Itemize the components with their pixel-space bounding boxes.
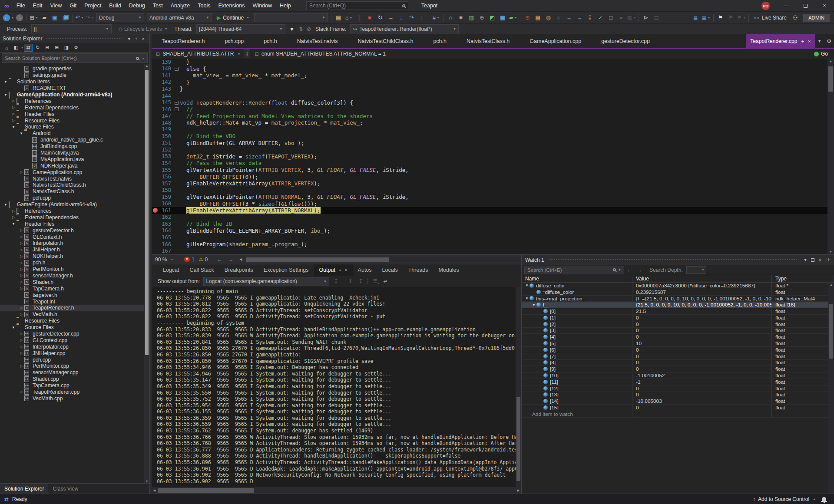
save-all-icon[interactable]: ▣ (60, 13, 70, 23)
bug-icon[interactable]: ⊕ (477, 13, 486, 23)
code-line[interactable]: 144 (152, 92, 834, 99)
watch-add-label[interactable]: Add item to watch (522, 411, 632, 417)
tree-expander-icon[interactable]: ▷ (18, 364, 24, 368)
filter-icon[interactable]: ◧ (12, 44, 20, 52)
document-tab[interactable]: GameApplication.cpp (520, 34, 591, 48)
tree-item[interactable]: ≡settings.gradle (0, 72, 149, 79)
code-line[interactable]: 147 // Feed Projection and Model View ma… (152, 112, 834, 119)
tree-expander-icon[interactable]: ▷ (10, 112, 17, 116)
tree-item[interactable]: hNatvisTestChildClass.h (0, 182, 149, 188)
menu-analyze[interactable]: Analyze (167, 0, 194, 11)
tree-item[interactable]: ▷++PerfMonitor.cpp (0, 363, 149, 369)
tree-item[interactable]: ≡Teapot.inl (0, 298, 149, 305)
code-line[interactable]: 151 glBindBuffer(GL_ARRAY_BUFFER, vbo_); (152, 140, 834, 147)
undo-icon[interactable]: ↶▼ (75, 13, 84, 23)
menu-build[interactable]: Build (105, 0, 125, 11)
redo-icon[interactable]: ↷▼ (85, 13, 95, 23)
tree-item[interactable]: ▼Android (0, 130, 149, 137)
bookmark-next-icon[interactable]: ⚑▼ (737, 13, 746, 23)
code-cleanup-icon[interactable]: ⊙ (523, 13, 532, 23)
tree-item[interactable]: ▼Source Files (0, 124, 149, 130)
output-log[interactable]: --------- beginning of main06-03 13:55:2… (152, 287, 521, 487)
tree-item[interactable]: ▷References (0, 208, 149, 214)
find-in-files-icon[interactable]: ▤ (334, 13, 343, 23)
menu-view[interactable]: View (46, 0, 66, 11)
show-all-files-icon[interactable]: ⊞ (53, 44, 61, 52)
output-tab-logcat[interactable]: Logcat (158, 264, 185, 276)
menu-file[interactable]: File (13, 0, 29, 11)
watch-row[interactable]: [11]-1float (522, 379, 834, 385)
watch-row[interactable]: [13]0float (522, 392, 834, 399)
document-tab[interactable]: TeapotRenderer.h (152, 34, 215, 48)
solution-platforms-combo[interactable]: Android-arm64-v8a▼ (147, 13, 212, 22)
startup-item-combo[interactable]: ▼ (254, 13, 328, 22)
tree-item[interactable]: ≡NatvisTest.natvis (0, 175, 149, 182)
tree-item[interactable]: JMainActivity.java (0, 150, 149, 156)
show-output-icon[interactable]: ≡ (456, 13, 466, 23)
tree-expander-icon[interactable]: ▷ (18, 273, 24, 277)
save-icon[interactable]: ▣ (50, 13, 60, 23)
tree-expander-icon[interactable]: ▷ (18, 261, 24, 265)
window-position-icon[interactable]: ▾ (802, 257, 809, 263)
tree-expander-icon[interactable]: ▷ (18, 170, 24, 174)
collapse-region-icon[interactable]: – (175, 67, 179, 71)
restart-icon[interactable]: ↻ (375, 13, 385, 23)
menu-window[interactable]: Window (249, 0, 276, 11)
menu-debug[interactable]: Debug (125, 0, 149, 11)
code-line[interactable]: 150 // Bind the VBO (152, 133, 834, 140)
watch-row[interactable]: [3]0float (522, 328, 834, 334)
menu-tools[interactable]: Tools (194, 0, 214, 11)
menu-git[interactable]: Git (66, 0, 80, 11)
bookmark-icon[interactable]: ⚑ (716, 13, 725, 23)
spell-check-icon[interactable]: ✓ (596, 13, 605, 23)
solution-explorer-scrollbar[interactable]: ▲ ▼ (144, 64, 149, 483)
tree-item[interactable]: hNatvisTestClass.h (0, 188, 149, 195)
output-tab-call-stack[interactable]: Call Stack (185, 264, 219, 276)
tree-item[interactable]: ▼Solution Items (0, 79, 149, 85)
sphere-dark-icon[interactable]: ● (616, 13, 626, 23)
attach-icon[interactable]: ▥ (467, 13, 476, 23)
show-next-statement-icon[interactable]: → (386, 13, 395, 23)
collapse-all-icon[interactable]: ⊟ (43, 44, 52, 52)
refresh-icon[interactable]: ↻ (33, 44, 42, 52)
tree-item[interactable]: ▷++Interpolator.cpp (0, 343, 149, 350)
account-avatar[interactable]: PB (761, 2, 770, 10)
code-line[interactable]: 164 glBindBuffer(GL_ELEMENT_ARRAY_BUFFER… (152, 227, 834, 234)
document-tab[interactable]: NatvisTest.natvis (287, 34, 348, 48)
goto-message-icon[interactable]: ↧ (331, 277, 341, 286)
open-folder-icon[interactable]: ▰ (40, 13, 49, 23)
admin-button[interactable]: ADMIN (803, 14, 830, 22)
menu-test[interactable]: Test (149, 0, 167, 11)
column-header-type[interactable]: Type (772, 275, 834, 282)
tree-item[interactable]: ▼GameEngine (Android-arm64-v8a) (0, 201, 149, 208)
tree-expander-icon[interactable]: ▷ (18, 235, 24, 239)
watch-row[interactable]: [1]0float (522, 315, 834, 321)
tree-item[interactable]: ++VecMath.cpp (0, 395, 149, 402)
code-line[interactable]: 157 glEnableVertexAttribArray(ATTRIB_VER… (152, 180, 834, 187)
column-header-name[interactable]: Name (522, 275, 632, 282)
navigate-forward-icon[interactable]: → (15, 13, 24, 23)
tree-expander-icon[interactable]: ▷ (18, 267, 24, 271)
watch-row[interactable]: [0]21.5float (522, 308, 834, 315)
break-all-icon[interactable]: ∥ (354, 13, 364, 23)
warning-count[interactable]: 0 (205, 257, 208, 263)
breadcrumb-member[interactable]: enum SHADER_ATTRIBUTES ATTRIB_NORMAL = 1 (261, 51, 386, 57)
thread-combo[interactable]: [28444] Thread-64▼ (196, 24, 285, 33)
tree-item[interactable]: ++sensorManager.cpp (0, 369, 149, 376)
navigate-forward-icon[interactable]: → (228, 256, 233, 263)
output-tab-autos[interactable]: Autos (353, 264, 377, 276)
tree-item[interactable]: ▷++TeapotRenderer.cpp (0, 389, 149, 395)
watch-row[interactable]: *diffuse_color0.239215687float (522, 289, 834, 296)
watch-row[interactable]: [9]0float (522, 366, 834, 372)
output-tab-locals[interactable]: Locals (377, 264, 403, 276)
tree-item[interactable]: ▷hJNIHelper.h (0, 247, 149, 253)
nav-forward-small-icon[interactable]: → (575, 13, 584, 23)
tree-item[interactable]: ▷External Dependencies (0, 214, 149, 221)
output-tab-output[interactable]: Output+× (314, 264, 352, 276)
tree-item[interactable]: htargetver.h (0, 292, 149, 298)
watch-search-input[interactable]: Search (Ctrl+E) ▼ (524, 266, 624, 274)
tree-item[interactable]: ++Shader.cpp (0, 376, 149, 382)
tree-expander-icon[interactable]: ▷ (10, 99, 17, 103)
close-icon[interactable]: × (345, 268, 348, 273)
tree-item[interactable]: ▷References (0, 98, 149, 104)
